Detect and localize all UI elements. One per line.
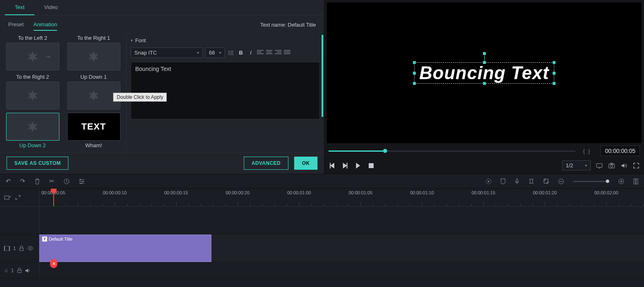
redo-button[interactable]: ↷ bbox=[20, 178, 25, 185]
split-button[interactable]: ✂ bbox=[49, 178, 54, 185]
resize-handle[interactable] bbox=[553, 61, 556, 64]
stop-button[interactable] bbox=[368, 162, 374, 169]
preview-text-box[interactable]: Bouncing Text bbox=[414, 62, 555, 84]
ruler-tick-label: 00:00:01:05 bbox=[349, 190, 372, 195]
svg-rect-9 bbox=[516, 179, 518, 182]
ruler-tick-label: 00:00:00:10 bbox=[103, 190, 127, 195]
align-center-button[interactable] bbox=[266, 50, 272, 56]
next-frame-button[interactable] bbox=[342, 162, 348, 169]
timeline: 00:00:00:0500:00:00:1000:00:00:1500:00:0… bbox=[0, 189, 644, 279]
resize-handle[interactable] bbox=[413, 72, 416, 75]
svg-rect-10 bbox=[544, 179, 548, 183]
resize-handle[interactable] bbox=[553, 82, 556, 85]
advanced-button[interactable]: ADVANCED bbox=[244, 157, 288, 170]
ruler-tick-label: 00:00:02:00 bbox=[594, 190, 618, 195]
font-section-toggle[interactable]: ▾ Font bbox=[131, 35, 320, 46]
preset-up-down-1[interactable]: Up Down 1 bbox=[66, 74, 121, 109]
preview-panel: Bouncing Text {} 00:00:00:05 1/2▾ bbox=[324, 0, 644, 174]
preset-to-the-left-2[interactable]: To the Left 2 bbox=[5, 35, 60, 71]
tab-text[interactable]: Text bbox=[5, 0, 34, 15]
font-family-select[interactable]: Snap ITC▾ bbox=[131, 48, 203, 58]
svg-rect-14 bbox=[636, 179, 638, 184]
preset-up-down-2[interactable]: Up Down 2 bbox=[5, 113, 60, 148]
delete-button[interactable] bbox=[34, 178, 40, 184]
preset-to-the-right-1[interactable]: To the Right 1 bbox=[66, 35, 121, 71]
ruler-tick-label: 00:00:01:20 bbox=[533, 190, 557, 195]
video-track-icon bbox=[4, 246, 10, 251]
italic-button[interactable]: I bbox=[247, 49, 254, 57]
render-button[interactable] bbox=[485, 178, 492, 184]
cut-marker-icon[interactable]: ✕ bbox=[50, 259, 57, 268]
seek-bar[interactable] bbox=[329, 150, 576, 152]
audio-track-1: ♫ 1 ✕ bbox=[0, 262, 644, 279]
resize-handle[interactable] bbox=[553, 72, 556, 75]
subtab-preset[interactable]: Preset bbox=[8, 19, 24, 31]
video-track-1: 1 TDefault Title bbox=[0, 235, 644, 262]
ruler-tick-label: 00:00:01:10 bbox=[410, 190, 434, 195]
ruler-tick-label: 00:00:01:15 bbox=[472, 190, 495, 195]
clip-default-title[interactable]: TDefault Title bbox=[39, 235, 211, 262]
ruler-tick-label: 00:00:01:00 bbox=[287, 190, 311, 195]
preview-stage[interactable]: Bouncing Text bbox=[327, 2, 642, 143]
eye-icon[interactable] bbox=[27, 246, 34, 251]
ruler-tick-label: 00:00:00:20 bbox=[226, 190, 249, 195]
text-content-input[interactable] bbox=[131, 62, 320, 119]
svg-rect-17 bbox=[4, 246, 5, 251]
svg-point-20 bbox=[29, 248, 31, 249]
playhead[interactable] bbox=[53, 189, 54, 206]
ok-button[interactable]: OK bbox=[294, 157, 317, 170]
align-right-button[interactable] bbox=[275, 50, 281, 56]
chevron-down-icon: ▾ bbox=[131, 38, 133, 43]
scrollbar[interactable] bbox=[322, 35, 323, 117]
volume-icon[interactable] bbox=[620, 162, 628, 169]
svg-rect-0 bbox=[596, 164, 602, 167]
add-track-icon[interactable] bbox=[4, 195, 11, 200]
prev-frame-button[interactable] bbox=[329, 162, 335, 169]
align-left-button[interactable] bbox=[257, 50, 263, 56]
audio-track-icon: ♫ bbox=[4, 268, 8, 273]
timeline-zoom-slider[interactable] bbox=[573, 181, 609, 182]
timecode-display[interactable]: 00:00:00:05 bbox=[601, 146, 640, 156]
line-spacing-icon[interactable] bbox=[227, 49, 235, 57]
settings-button[interactable] bbox=[79, 179, 85, 184]
undo-button[interactable]: ↶ bbox=[6, 178, 11, 185]
font-size-select[interactable]: 68▾ bbox=[205, 48, 225, 58]
zoom-out-button[interactable] bbox=[558, 178, 564, 184]
fullscreen-icon[interactable] bbox=[633, 162, 640, 169]
preview-text: Bouncing Text bbox=[420, 63, 549, 83]
tab-video[interactable]: Video bbox=[34, 0, 68, 15]
play-button[interactable] bbox=[355, 162, 361, 169]
mark-in-out[interactable]: {} bbox=[580, 148, 596, 154]
audio-mixer-icon[interactable] bbox=[528, 178, 534, 184]
zoom-in-button[interactable] bbox=[618, 178, 624, 184]
preview-zoom-select[interactable]: 1/2▾ bbox=[562, 160, 591, 171]
resize-handle[interactable] bbox=[413, 61, 416, 64]
mute-icon[interactable] bbox=[25, 268, 31, 273]
lock-icon[interactable] bbox=[19, 246, 24, 251]
svg-rect-21 bbox=[18, 270, 21, 273]
preset-wham[interactable]: TEXT Wham! bbox=[66, 113, 121, 148]
lock-icon[interactable] bbox=[17, 268, 22, 273]
subtab-animation[interactable]: Animation bbox=[34, 19, 57, 31]
render-preview-icon[interactable] bbox=[596, 162, 603, 169]
marker-icon[interactable] bbox=[501, 178, 506, 184]
text-properties-panel: Text Video Preset Animation Text name: D… bbox=[0, 0, 324, 174]
save-as-custom-button[interactable]: SAVE AS CUSTOM bbox=[7, 157, 68, 170]
timeline-ruler[interactable]: 00:00:00:0500:00:00:1000:00:00:1500:00:0… bbox=[39, 189, 644, 206]
crop-icon[interactable] bbox=[543, 178, 549, 184]
timeline-options-icon[interactable] bbox=[633, 178, 638, 184]
preset-to-the-right-2[interactable]: To the Right 2 bbox=[5, 74, 60, 109]
voiceover-icon[interactable] bbox=[515, 178, 519, 184]
link-icon[interactable] bbox=[15, 194, 21, 200]
svg-point-6 bbox=[82, 181, 84, 182]
align-justify-button[interactable] bbox=[284, 50, 290, 56]
text-name-label: Text name: Default Title bbox=[260, 22, 316, 28]
svg-point-5 bbox=[80, 179, 81, 180]
resize-handle[interactable] bbox=[483, 61, 486, 64]
resize-handle[interactable] bbox=[483, 82, 486, 85]
rotate-handle[interactable] bbox=[483, 52, 486, 55]
bold-button[interactable]: B bbox=[237, 49, 245, 57]
speed-button[interactable] bbox=[63, 178, 70, 184]
resize-handle[interactable] bbox=[413, 82, 416, 85]
snapshot-icon[interactable] bbox=[608, 162, 615, 169]
